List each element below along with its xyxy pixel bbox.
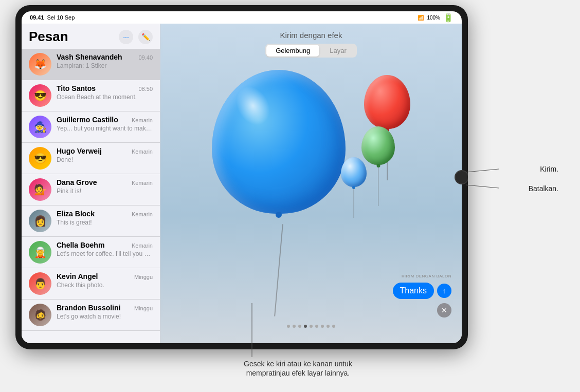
avatar-brandon: 🧔 — [29, 304, 51, 326]
conversation-item-kevin[interactable]: 👨 Kevin Angel Minggu Check this photo. — [22, 268, 160, 300]
conv-name-tito: Tito Santos — [57, 84, 96, 92]
send-arrow-icon: ↑ — [443, 287, 446, 294]
balloon-lightblue-body — [341, 157, 367, 187]
svg-line-1 — [466, 185, 499, 188]
conversation-item-chella[interactable]: 🧝 Chella Boehm Kemarin Let's meet for co… — [22, 237, 160, 268]
caption-line2: mempratinjau efek layar lainnya. — [246, 369, 350, 377]
balloon-red — [364, 75, 410, 129]
status-date: Sel 10 Sep — [47, 14, 75, 21]
tab-layar[interactable]: Layar — [320, 45, 356, 57]
sidebar-actions: ··· ✏️ — [119, 30, 153, 44]
conv-name-hugo: Hugo Verweij — [57, 147, 102, 155]
conv-time-dana: Kemarin — [132, 180, 153, 186]
conversation-item-guillermo[interactable]: 🧙 Guillermo Castillo Kemarin Yep... but … — [22, 111, 160, 143]
conversation-item-tito[interactable]: 😎 Tito Santos 08.50 Ocean Beach at the m… — [22, 80, 160, 111]
balloon-blue-body — [212, 70, 346, 214]
conversation-item-eliza[interactable]: 👩 Eliza Block Kemarin This is great! — [22, 206, 160, 237]
effect-tabs[interactable]: Gelembung Layar — [265, 44, 357, 58]
effect-preview-area: Kirim dengan efek Gelembung Layar — [160, 24, 462, 343]
status-time: 09.41 — [30, 14, 44, 21]
avatar-eliza: 👩 — [29, 210, 51, 232]
caption-line1: Gesek ke kiri atau ke kanan untuk — [244, 360, 352, 368]
wifi-icon: 📶 — [418, 15, 424, 21]
effect-header: Kirim dengan efek Gelembung Layar — [160, 31, 462, 58]
avatar-dana: 💁 — [29, 178, 51, 201]
conv-content-kevin: Kevin Angel Minggu Check this photo. — [57, 272, 153, 289]
send-effect-label: KIRIM DENGAN BALON — [402, 274, 451, 278]
sidebar-header: Pesan ··· ✏️ — [22, 24, 160, 49]
conv-preview-eliza: This is great! — [57, 219, 153, 226]
compose-icon: ✏️ — [141, 33, 150, 41]
conv-header-vash: Vash Shenavandeh 09.40 — [57, 53, 153, 61]
message-area: KIRIM DENGAN BALON Thanks ↑ ✕ — [393, 274, 451, 318]
send-button[interactable]: ↑ — [437, 284, 451, 298]
cancel-x-icon: ✕ — [441, 307, 447, 314]
cancel-button[interactable]: ✕ — [437, 303, 451, 318]
dot-6 — [315, 325, 318, 328]
bottom-caption: Gesek ke kiri atau ke kanan untuk mempra… — [244, 359, 352, 378]
battery-indicator: 100% — [427, 15, 440, 21]
conv-preview-brandon: Let's go watch a movie! — [57, 313, 153, 320]
tab-gelembung[interactable]: Gelembung — [266, 45, 319, 57]
conv-header-chella: Chella Boehm Kemarin — [57, 241, 153, 249]
conv-time-chella: Kemarin — [132, 242, 153, 249]
conv-preview-vash: Lampiran: 1 Stiker — [57, 62, 153, 69]
bubble-row: Thanks ↑ — [393, 283, 451, 299]
split-view: Pesan ··· ✏️ 🦊 — [22, 11, 462, 343]
conversation-item-brandon[interactable]: 🧔 Brandon Bussolini Minggu Let's go watc… — [22, 300, 160, 331]
conversation-item-hugo[interactable]: 😎 Hugo Verweij Kemarin Done! — [22, 143, 160, 174]
conv-content-tito: Tito Santos 08.50 Ocean Beach at the mom… — [57, 84, 153, 101]
dot-5 — [310, 325, 313, 328]
more-icon: ··· — [123, 33, 129, 41]
effect-title: Kirim dengan efek — [160, 31, 462, 40]
conv-header-kevin: Kevin Angel Minggu — [57, 272, 153, 281]
status-right: 📶 100% 🔋 — [418, 13, 454, 23]
conv-time-eliza: Kemarin — [132, 211, 153, 217]
conv-preview-guillermo: Yep... but you might want to make it a s… — [57, 125, 153, 132]
conversation-item-dana[interactable]: 💁 Dana Grove Kemarin Pink it is! — [22, 174, 160, 206]
conv-header-hugo: Hugo Verweij Kemarin — [57, 147, 153, 155]
conv-name-kevin: Kevin Angel — [57, 272, 98, 281]
conv-time-brandon: Minggu — [134, 305, 153, 311]
status-bar: 09.41 Sel 10 Sep 📶 100% 🔋 — [22, 11, 462, 24]
conv-content-vash: Vash Shenavandeh 09.40 Lampiran: 1 Stike… — [57, 53, 153, 69]
kirim-label: Kirim. — [540, 165, 558, 173]
avatar-tito: 😎 — [29, 84, 51, 107]
conversation-item-vash[interactable]: 🦊 Vash Shenavandeh 09.40 Lampiran: 1 Sti… — [22, 49, 160, 80]
avatar-kevin: 👨 — [29, 272, 51, 295]
conv-name-guillermo: Guillermo Castillo — [57, 116, 118, 124]
kirim-annotation: Kirim. — [540, 164, 558, 174]
conv-content-brandon: Brandon Bussolini Minggu Let's go watch … — [57, 304, 153, 320]
conv-time-guillermo: Kemarin — [132, 117, 153, 123]
message-bubble: Thanks — [393, 283, 434, 299]
avatar-hugo: 😎 — [29, 147, 51, 170]
conv-content-dana: Dana Grove Kemarin Pink it is! — [57, 178, 153, 195]
avatar-chella: 🧝 — [29, 241, 51, 264]
batalkan-annotation: Batalkan. — [529, 184, 558, 193]
conv-content-guillermo: Guillermo Castillo Kemarin Yep... but yo… — [57, 116, 153, 132]
conv-header-guillermo: Guillermo Castillo Kemarin — [57, 116, 153, 124]
balloon-red-body — [364, 75, 410, 129]
conv-name-vash: Vash Shenavandeh — [57, 53, 122, 61]
conversation-list[interactable]: 🦊 Vash Shenavandeh 09.40 Lampiran: 1 Sti… — [22, 49, 160, 343]
page-dots — [287, 325, 335, 328]
balloon-blue-string — [274, 224, 283, 316]
sidebar-title: Pesan — [29, 29, 68, 45]
conv-header-eliza: Eliza Block Kemarin — [57, 210, 153, 218]
balloon-lightblue-string — [354, 187, 354, 218]
dot-2 — [293, 325, 296, 328]
compose-button[interactable]: ✏️ — [138, 30, 153, 44]
more-button[interactable]: ··· — [119, 30, 133, 44]
balloon-lightblue — [341, 157, 367, 187]
conv-content-hugo: Hugo Verweij Kemarin Done! — [57, 147, 153, 163]
balloon-blue — [212, 70, 346, 224]
conv-preview-tito: Ocean Beach at the moment. — [57, 94, 153, 101]
conv-time-hugo: Kemarin — [132, 148, 153, 155]
conv-preview-kevin: Check this photo. — [57, 282, 153, 289]
avatar-guillermo: 🧙 — [29, 116, 51, 138]
ipad-frame: 09.41 Sel 10 Sep 📶 100% 🔋 Pesan ··· — [15, 5, 468, 349]
battery-icon: 🔋 — [443, 13, 454, 23]
home-button[interactable] — [455, 170, 468, 184]
balloon-green-string — [378, 165, 379, 206]
conv-header-dana: Dana Grove Kemarin — [57, 178, 153, 186]
